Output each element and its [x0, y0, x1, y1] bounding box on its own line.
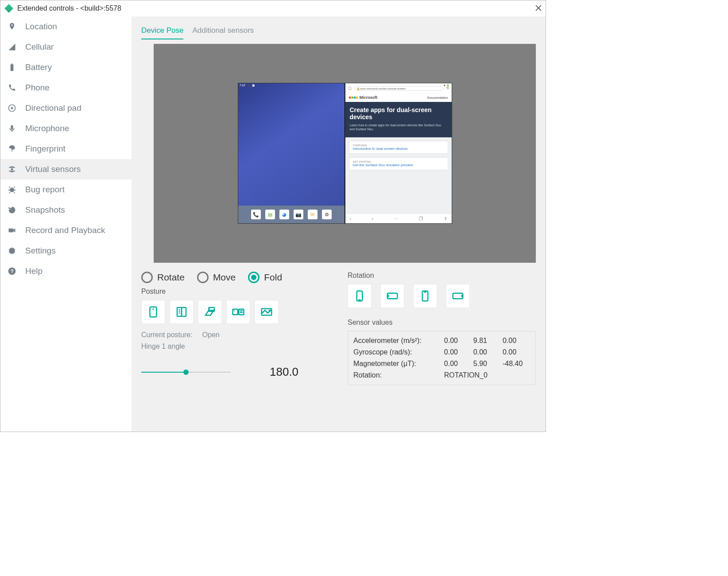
sidebar-item-bug-report[interactable]: Bug report: [0, 179, 132, 200]
sensor-row-rotation: Rotation: ROTATION_0: [352, 370, 531, 381]
dock-edge-icon: ◕: [279, 210, 289, 219]
tabs: Device Pose Additional sensors: [141, 26, 536, 39]
preview-brand-bar: ■■■■ Microsoft Documentation: [345, 93, 452, 102]
posture-flat-button[interactable]: [226, 300, 250, 324]
posture-header: Posture: [141, 288, 332, 296]
share-icon: ⇪: [444, 216, 447, 221]
pose-mode-group: Rotate Move Fold: [141, 272, 332, 283]
sidebar-item-label: Phone: [25, 83, 50, 93]
dock-messages-icon: ▤: [265, 210, 275, 219]
back-icon: ‹: [350, 216, 351, 221]
window-title: Extended controls - <build>:5578: [17, 4, 121, 12]
sensors-icon: [8, 165, 25, 174]
radio-icon: [248, 272, 259, 283]
preview-dock: 📞 ▤ ◕ 📷 ✉ ⚙: [238, 206, 345, 223]
sidebar-item-label: Help: [25, 266, 43, 276]
sidebar-item-location[interactable]: Location: [0, 16, 132, 37]
sidebar-item-label: Snapshots: [25, 205, 65, 215]
preview-card-getstarted: GET STARTED Get the Surface Duo emulator…: [349, 157, 448, 170]
tab-device-pose[interactable]: Device Pose: [141, 26, 183, 39]
hinge-angle-value: 180.0: [270, 365, 298, 379]
sidebar-item-label: Location: [25, 22, 57, 31]
sidebar-item-directional-pad[interactable]: Directional pad: [0, 98, 132, 118]
sidebar-item-record-playback[interactable]: Record and Playback: [0, 220, 132, 241]
preview-right-screen: ▾ 🔋 ◯ 🔒 docs.microsoft.com/en-us/dual-sc…: [345, 83, 452, 224]
tabs-icon: ❐: [419, 216, 423, 221]
svg-point-26: [269, 310, 270, 311]
sidebar-item-battery[interactable]: Battery: [0, 57, 132, 78]
fingerprint-icon: [8, 144, 25, 153]
device-preview[interactable]: 7:47 📞 ▣ 📞 ▤ ◕ 📷 ✉ ⚙ ▾ 🔋: [154, 44, 536, 263]
sidebar-item-cellular[interactable]: Cellular: [0, 37, 132, 57]
main-panel: Device Pose Additional sensors 7:47 📞 ▣ …: [132, 16, 546, 432]
sensor-values-header: Sensor values: [348, 319, 536, 327]
sidebar-item-fingerprint[interactable]: Fingerprint: [0, 139, 132, 159]
svg-rect-14: [182, 307, 186, 316]
svg-point-12: [153, 309, 154, 310]
sidebar-item-microphone[interactable]: Microphone: [0, 118, 132, 139]
sensor-row-accelerometer: Accelerometer (m/s²): 0.00 9.81 0.00: [352, 335, 531, 346]
svg-point-22: [234, 310, 235, 311]
sidebar-item-virtual-sensors[interactable]: Virtual sensors: [0, 159, 132, 179]
posture-laptop-button[interactable]: [198, 300, 222, 324]
close-button[interactable]: [535, 4, 542, 13]
sidebar-item-snapshots[interactable]: Snapshots: [0, 200, 132, 220]
svg-text:?: ?: [10, 268, 13, 274]
preview-left-screen: 7:47 📞 ▣ 📞 ▤ ◕ 📷 ✉ ⚙: [238, 83, 345, 224]
current-posture-value: Open: [202, 331, 220, 339]
gear-icon: [8, 246, 25, 255]
hinge-angle-slider[interactable]: [141, 369, 231, 376]
svg-point-19: [209, 308, 210, 309]
radio-icon: [141, 272, 153, 283]
svg-rect-4: [11, 125, 13, 130]
dock-settings-icon: ⚙: [322, 210, 332, 219]
sidebar-item-label: Directional pad: [25, 103, 81, 113]
posture-closed-button[interactable]: [141, 300, 165, 324]
more-icon: ⋯: [394, 216, 398, 221]
preview-statusbar-right: ▾ 🔋: [345, 83, 452, 90]
rotation-landscape-flipped-button[interactable]: [446, 284, 470, 308]
bug-icon: [8, 185, 25, 194]
dock-mail-icon: ✉: [308, 210, 318, 219]
sidebar: Location Cellular Battery Phone Directio…: [0, 16, 132, 432]
mode-rotate-radio[interactable]: Rotate: [141, 272, 185, 283]
rotation-header: Rotation: [348, 272, 536, 280]
mic-icon: [8, 124, 25, 133]
sidebar-item-label: Fingerprint: [25, 144, 66, 154]
posture-book-button[interactable]: [170, 300, 194, 324]
sidebar-item-label: Bug report: [25, 185, 65, 195]
rotation-portrait-flipped-button[interactable]: [413, 284, 437, 308]
sensor-values-box: Accelerometer (m/s²): 0.00 9.81 0.00 Gyr…: [348, 331, 536, 385]
help-icon: ?: [8, 267, 25, 276]
battery-icon: [8, 63, 25, 72]
mode-fold-radio[interactable]: Fold: [248, 272, 282, 283]
sidebar-item-label: Microphone: [25, 124, 69, 133]
extended-controls-window: Extended controls - <build>:5578 Locatio…: [0, 0, 546, 432]
preview-hero: Create apps for dual-screen devices Lear…: [345, 102, 452, 137]
posture-buttons: [141, 300, 332, 324]
titlebar: Extended controls - <build>:5578: [0, 0, 546, 16]
sensor-row-gyroscope: Gyroscope (rad/s): 0.00 0.00 0.00: [352, 346, 531, 358]
posture-tent-button[interactable]: [255, 300, 279, 324]
svg-rect-1: [11, 64, 12, 65]
rotation-landscape-button[interactable]: [380, 284, 404, 308]
rotation-portrait-button[interactable]: [348, 284, 372, 308]
sidebar-item-phone[interactable]: Phone: [0, 78, 132, 98]
sidebar-item-settings[interactable]: Settings: [0, 241, 132, 261]
svg-point-3: [11, 107, 13, 109]
preview-browser-footer: ‹ › ⋯ ❐ ⇪: [345, 214, 452, 223]
sensor-row-magnetometer: Magnetometer (μT): 0.00 5.90 -48.40: [352, 358, 531, 370]
sidebar-item-help[interactable]: ? Help: [0, 261, 132, 281]
forward-icon: ›: [372, 216, 373, 221]
history-icon: [8, 206, 25, 214]
preview-cards: OVERVIEW Introduction to dual-screen dev…: [345, 137, 452, 174]
camera-icon: [8, 226, 25, 235]
sidebar-item-label: Battery: [25, 62, 52, 72]
preview-statusbar: 7:47 📞 ▣: [238, 83, 345, 90]
mode-move-radio[interactable]: Move: [197, 272, 236, 283]
tab-additional-sensors[interactable]: Additional sensors: [192, 26, 254, 39]
svg-rect-0: [11, 64, 14, 71]
dock-phone-icon: 📞: [251, 210, 261, 219]
sidebar-item-label: Virtual sensors: [25, 164, 81, 174]
rotation-buttons: [348, 284, 536, 308]
